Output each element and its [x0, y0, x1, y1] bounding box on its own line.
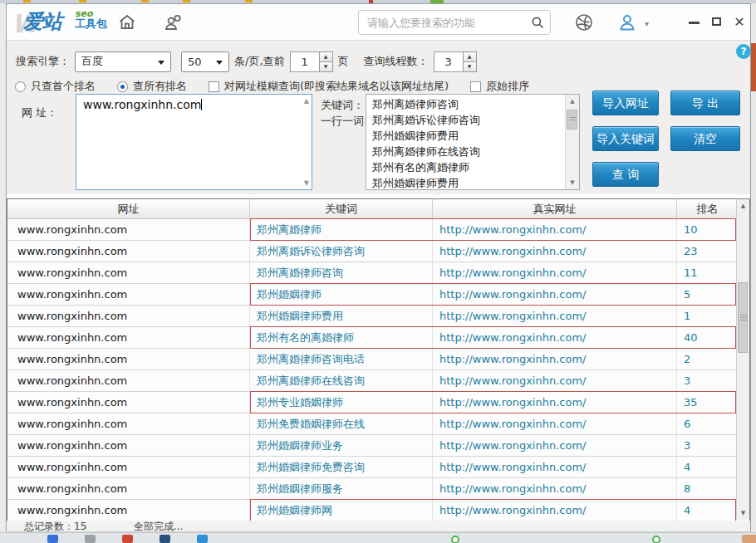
- scroll-down-icon[interactable]: ▼: [566, 176, 579, 189]
- table-row[interactable]: www.rongxinhn.com 郑州离婚律师在线咨询 http://www.…: [7, 370, 749, 392]
- table-header: 网址 关键词 真实网址 排名: [7, 199, 749, 219]
- taskbar-icon-fragment: [47, 535, 58, 543]
- cell-keyword: 郑州离婚诉讼律师咨询: [250, 241, 433, 262]
- table-row[interactable]: www.rongxinhn.com 郑州婚姻律师 http://www.rong…: [7, 284, 749, 306]
- cell-rank: 40: [677, 327, 738, 348]
- radio-first-rank-only[interactable]: [15, 81, 26, 92]
- cell-keyword: 郑州专业婚姻律师: [250, 392, 433, 413]
- radio-all-ranks-label: 查所有排名: [133, 79, 187, 94]
- cell-rank: 1: [677, 306, 738, 326]
- search-icon[interactable]: [530, 15, 545, 30]
- import-keywords-button[interactable]: 导入关键词: [592, 126, 659, 151]
- cell-real-url: http://www.rongxinhn.com/: [433, 457, 677, 477]
- search-input[interactable]: [367, 17, 530, 29]
- export-button[interactable]: 导 出: [670, 90, 740, 115]
- cell-url: www.rongxinhn.com: [7, 370, 250, 391]
- cell-real-url: http://www.rongxinhn.com/: [433, 262, 677, 283]
- scroll-down-icon[interactable]: ▼: [737, 506, 749, 520]
- scrollbar-thumb[interactable]: [567, 110, 577, 130]
- combo-arrow-icon: [216, 61, 223, 65]
- cell-real-url: http://www.rongxinhn.com/: [433, 349, 677, 369]
- scroll-down-icon[interactable]: ▼: [304, 179, 309, 187]
- query-button[interactable]: 查 询: [592, 162, 659, 187]
- threads-spinner: 3 ▲ ▼: [434, 51, 477, 72]
- cell-real-url: http://www.rongxinhn.com/: [433, 435, 677, 456]
- results-table: 网址 关键词 真实网址 排名 www.rongxinhn.com 郑州离婚律师 …: [7, 198, 750, 521]
- table-row[interactable]: www.rongxinhn.com 郑州婚姻律师服务 http://www.ro…: [7, 478, 749, 500]
- table-row[interactable]: www.rongxinhn.com 郑州婚姻律师免费咨询 http://www.…: [7, 457, 749, 478]
- spin-up-icon[interactable]: ▲: [464, 51, 477, 62]
- account-dropdown-caret-icon[interactable]: ▾: [645, 19, 649, 28]
- cell-keyword: 郑州婚姻律师业务: [250, 435, 433, 456]
- radio-all-ranks[interactable]: [117, 81, 128, 92]
- background-mark: [245, 0, 253, 2]
- feedback-user-icon[interactable]: [163, 12, 183, 32]
- scroll-up-icon[interactable]: ▲: [304, 97, 309, 105]
- keyword-line: 郑州离婚律师咨询: [372, 96, 562, 112]
- options-row: 只查首个排名 查所有排名 对网址模糊查询(即搜索结果域名以该网址结尾) 原始排序: [15, 79, 529, 94]
- radio-first-rank-label: 只查首个排名: [31, 79, 96, 94]
- maximize-button[interactable]: [707, 14, 725, 31]
- taskbar-icon-fragment: [742, 535, 756, 543]
- cell-real-url: http://www.rongxinhn.com/: [433, 327, 677, 348]
- scroll-up-icon[interactable]: ▲: [737, 199, 749, 213]
- background-taskbar-sliver: [0, 532, 756, 543]
- table-row[interactable]: www.rongxinhn.com 郑州免费婚姻律师在线 http://www.…: [7, 413, 749, 435]
- search-engine-label: 搜索引擎：: [16, 54, 70, 69]
- cell-keyword: 郑州婚姻律师网: [250, 500, 433, 521]
- scroll-up-icon[interactable]: ▲: [566, 95, 579, 108]
- clear-button[interactable]: 清空: [670, 126, 740, 151]
- toolbar-row: 搜索引擎： 百度 50 条/页,查前 1 ▲ ▼ 页 查询线程数： 3: [16, 51, 482, 72]
- cell-real-url: http://www.rongxinhn.com/: [433, 284, 677, 305]
- page-label: 页: [338, 54, 349, 69]
- header-keyword[interactable]: 关键词: [250, 199, 433, 218]
- cell-url: www.rongxinhn.com: [7, 241, 250, 262]
- scrollbar-thumb[interactable]: [738, 282, 748, 353]
- cell-real-url: http://www.rongxinhn.com/: [433, 306, 677, 326]
- threads-input[interactable]: 3: [434, 51, 464, 72]
- page-count-input[interactable]: 1: [290, 51, 320, 72]
- table-row[interactable]: www.rongxinhn.com 郑州离婚律师咨询电话 http://www.…: [7, 349, 749, 370]
- cell-keyword: 郑州婚姻律师服务: [250, 478, 433, 499]
- table-row[interactable]: www.rongxinhn.com 郑州婚姻律师业务 http://www.ro…: [7, 435, 749, 457]
- keyword-line: 郑州有名的离婚律师: [372, 159, 562, 175]
- keyword-label-block: 关键词： 一行一词: [321, 97, 364, 129]
- keywords-scrollbar[interactable]: ▲ ▼: [565, 95, 579, 189]
- table-row[interactable]: www.rongxinhn.com 郑州离婚律师 http://www.rong…: [7, 219, 749, 241]
- table-row[interactable]: www.rongxinhn.com 郑州有名的离婚律师 http://www.r…: [7, 327, 749, 349]
- header-real-url[interactable]: 真实网址: [433, 199, 677, 218]
- per-page-select[interactable]: 50: [181, 51, 229, 72]
- spin-up-icon[interactable]: ▲: [320, 51, 333, 62]
- table-scrollbar[interactable]: ▲ ▼: [736, 199, 749, 520]
- header-rank[interactable]: 排名: [677, 199, 738, 218]
- table-row[interactable]: www.rongxinhn.com 郑州离婚律师咨询 http://www.ro…: [7, 262, 749, 284]
- per-page-label: 条/页,查前: [234, 54, 285, 69]
- table-row[interactable]: www.rongxinhn.com 郑州婚姻律师网 http://www.ron…: [7, 500, 749, 521]
- header-url[interactable]: 网址: [7, 199, 250, 218]
- network-globe-icon[interactable]: [574, 12, 594, 32]
- search-engine-select[interactable]: 百度: [75, 51, 171, 72]
- spin-down-icon[interactable]: ▼: [464, 62, 477, 72]
- import-url-button[interactable]: 导入网址: [592, 90, 659, 115]
- cell-real-url: http://www.rongxinhn.com/: [433, 413, 677, 434]
- table-row[interactable]: www.rongxinhn.com 郑州专业婚姻律师 http://www.ro…: [7, 392, 749, 413]
- cell-url: www.rongxinhn.com: [7, 457, 250, 477]
- status-text: 全部完成...: [134, 520, 183, 534]
- keyword-label: 关键词：: [321, 97, 364, 113]
- cell-rank: 6: [677, 413, 738, 434]
- status-bar: 总记录数：15 全部完成...: [7, 521, 750, 531]
- cell-keyword: 郑州离婚律师: [250, 219, 433, 240]
- help-icon[interactable]: ?: [736, 44, 751, 59]
- green-status-dot: [652, 536, 660, 543]
- close-button[interactable]: ✕: [730, 14, 749, 31]
- minimize-button[interactable]: [685, 14, 703, 31]
- checkbox-fuzzy-match[interactable]: [209, 81, 219, 92]
- home-icon[interactable]: [117, 12, 137, 32]
- account-user-icon[interactable]: [617, 12, 637, 32]
- checkbox-original-order[interactable]: [470, 81, 481, 92]
- table-row[interactable]: www.rongxinhn.com 郑州离婚诉讼律师咨询 http://www.…: [7, 241, 749, 262]
- url-textarea[interactable]: www.rongxinhn.com ▲ ▼: [76, 94, 312, 190]
- keywords-textarea[interactable]: 郑州离婚律师咨询郑州离婚诉讼律师咨询郑州婚姻律师费用郑州离婚律师在线咨询郑州有名…: [366, 94, 580, 190]
- table-row[interactable]: www.rongxinhn.com 郑州婚姻律师费用 http://www.ro…: [7, 306, 749, 327]
- spin-down-icon[interactable]: ▼: [320, 62, 333, 72]
